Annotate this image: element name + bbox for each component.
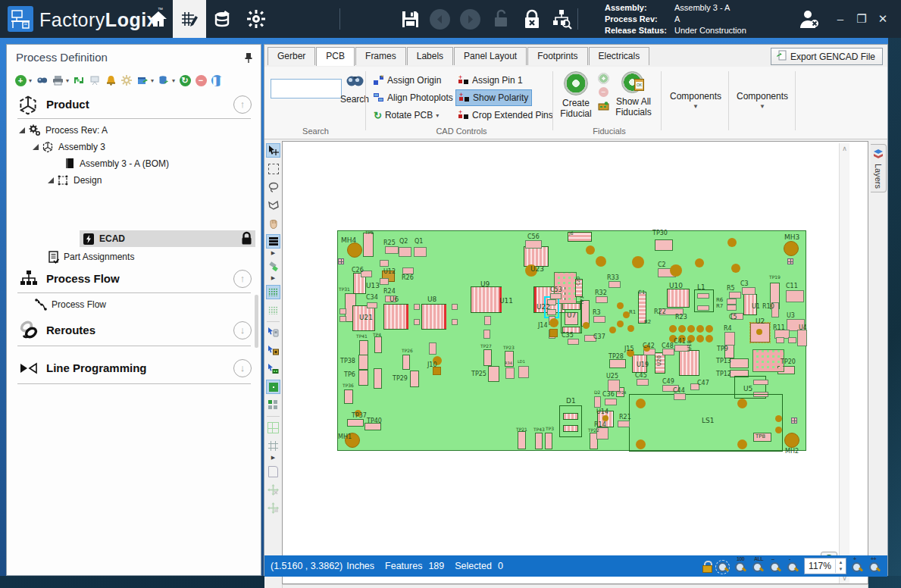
pcb-pad[interactable]	[742, 287, 756, 295]
highlight-tool[interactable]	[266, 259, 280, 274]
assign-origin-button[interactable]: × Assign Origin	[371, 73, 444, 88]
pcb-pad[interactable]	[402, 267, 414, 274]
tab-panel-layout[interactable]: Panel Layout	[454, 47, 527, 65]
tab-gerber[interactable]: Gerber	[267, 47, 315, 65]
tab-electricals[interactable]: Electricals	[589, 47, 650, 65]
pcb-pad[interactable]	[525, 240, 542, 249]
pcb-tp[interactable]	[535, 433, 543, 449]
layers-stack-tool[interactable]	[266, 234, 280, 249]
select-move-tool[interactable]	[266, 143, 280, 158]
product-section-header[interactable]: Product ↑	[7, 93, 261, 116]
export-window-icon[interactable]	[136, 74, 149, 86]
pcb-ic[interactable]	[563, 413, 578, 420]
align-photoplots-button[interactable]: Align Photoplots	[371, 90, 456, 105]
tab-labels[interactable]: Labels	[407, 47, 453, 65]
select-board-tool[interactable]	[266, 361, 280, 376]
pcb-hole[interactable]	[784, 433, 799, 448]
logout-user-icon[interactable]	[794, 0, 824, 38]
pin-icon[interactable]	[244, 52, 253, 66]
pcb-canvas[interactable]: MH4TP5R25Q2Q1C26U12R26R24TP31U13C34U6U8U…	[282, 141, 868, 584]
vertical-scrollbar[interactable]: ∧∨	[839, 143, 849, 583]
pcb-pad[interactable]	[380, 260, 389, 267]
tree-item-assembly[interactable]: Assembly 3	[33, 139, 105, 155]
tree-item-bom[interactable]: Assembly 3 - A (BOM)	[64, 156, 169, 171]
pcb-pad[interactable]	[518, 366, 529, 378]
process-flow-section-header[interactable]: Process Flow ↑	[7, 267, 261, 290]
pcb-pad[interactable]	[414, 319, 420, 325]
pcb-pad[interactable]	[697, 305, 709, 311]
create-fiducial-button[interactable]: Create Fiducial	[556, 71, 596, 119]
polygon-select-tool[interactable]	[266, 198, 280, 212]
pcb-pad[interactable]	[662, 349, 674, 355]
pcb-pad[interactable]	[452, 319, 458, 325]
pcb-pad[interactable]	[414, 247, 427, 257]
pcb-pad[interactable]	[776, 337, 784, 343]
pcb-tp[interactable]	[545, 433, 552, 449]
pcb-tp[interactable]	[488, 366, 499, 382]
print-icon[interactable]	[52, 74, 64, 86]
expand-down-icon[interactable]: ↓	[233, 359, 252, 377]
pcb-pad[interactable]	[452, 304, 458, 310]
pcb-pad[interactable]	[483, 330, 490, 339]
add-icon[interactable]: +	[14, 74, 27, 86]
pcb-pad[interactable]	[414, 304, 420, 310]
collapse-up-icon[interactable]: ↑	[233, 95, 252, 114]
remove-icon[interactable]: −	[195, 74, 207, 86]
pcb-board[interactable]: MH4TP5R25Q2Q1C26U12R26R24TP31U13C34U6U8U…	[337, 230, 806, 451]
database-export-icon[interactable]	[158, 74, 170, 86]
move-disabled-tool[interactable]	[266, 483, 280, 497]
assign-pin1-button[interactable]: + Assign Pin 1	[455, 73, 526, 88]
expand-down-icon[interactable]: ↓	[233, 321, 252, 339]
export-gencad-button[interactable]: Export GENCAD File	[771, 48, 883, 65]
gear-pale-icon[interactable]	[120, 74, 133, 86]
layers-flyout-tab[interactable]: Layers	[871, 144, 887, 192]
zoom-out-icon[interactable]: -	[787, 559, 799, 573]
pcb-ic[interactable]	[563, 425, 578, 432]
merge-icon[interactable]	[73, 74, 85, 86]
expander-icon[interactable]	[48, 177, 54, 183]
pcb-pad[interactable]	[674, 393, 686, 400]
pcb-pad[interactable]	[786, 290, 804, 302]
fiducial-board-icon[interactable]	[598, 100, 609, 114]
show-polarity-button[interactable]: + Show Polarity	[455, 89, 532, 106]
collapse-up-icon[interactable]: ↑	[233, 270, 252, 288]
pcb-pad[interactable]	[727, 299, 737, 305]
pcb-tp[interactable]	[374, 368, 382, 389]
close-button[interactable]: ✕	[873, 11, 893, 27]
zoom-in-icon[interactable]: +	[851, 559, 864, 573]
pcb-pad[interactable]	[724, 332, 735, 346]
marquee-select-tool[interactable]	[266, 161, 280, 176]
pcb-ic[interactable]	[421, 304, 446, 330]
pcb-ic[interactable]	[383, 304, 408, 330]
remove-fiducial-icon[interactable]: −	[599, 87, 608, 97]
zoom-level-spinner[interactable]: 117%▲▼	[804, 558, 846, 574]
pcb-tp[interactable]	[410, 371, 419, 387]
search-input[interactable]	[271, 79, 342, 99]
select-device-tool[interactable]	[266, 325, 280, 339]
pcb-pad[interactable]	[380, 278, 389, 285]
find-icon[interactable]	[36, 74, 48, 86]
pcb-pad[interactable]	[399, 247, 411, 257]
pcb-pad[interactable]	[484, 316, 491, 325]
zoom-lock-icon[interactable]	[702, 560, 712, 572]
pcb-pad[interactable]	[339, 308, 346, 314]
pcb-tp[interactable]	[402, 355, 410, 370]
components-dropdown-1[interactable]: Components ▼	[666, 91, 725, 112]
minimize-button[interactable]: –	[831, 11, 850, 27]
pcb-tp[interactable]	[358, 370, 368, 386]
component-view-tool[interactable]	[266, 380, 280, 394]
pcb-box[interactable]	[559, 405, 582, 437]
crop-extended-pins-button[interactable]: + Crop Extended Pins	[455, 108, 556, 123]
spinner-arrows-icon[interactable]: ▲▼	[835, 559, 846, 573]
save-icon[interactable]	[397, 0, 423, 38]
pcb-hole[interactable]	[347, 242, 362, 258]
pcb-ic[interactable]	[524, 246, 549, 267]
pcb-pad[interactable]	[505, 368, 515, 379]
pcb-tp[interactable]	[358, 355, 368, 370]
settings-gear-icon[interactable]	[241, 0, 271, 38]
sheet-tool[interactable]	[266, 464, 280, 479]
lasso-select-tool[interactable]	[266, 180, 280, 194]
flyout-arrow-icon[interactable]: ▶	[266, 249, 280, 257]
pcb-pad[interactable]	[697, 293, 709, 299]
expander-icon[interactable]	[33, 144, 39, 150]
